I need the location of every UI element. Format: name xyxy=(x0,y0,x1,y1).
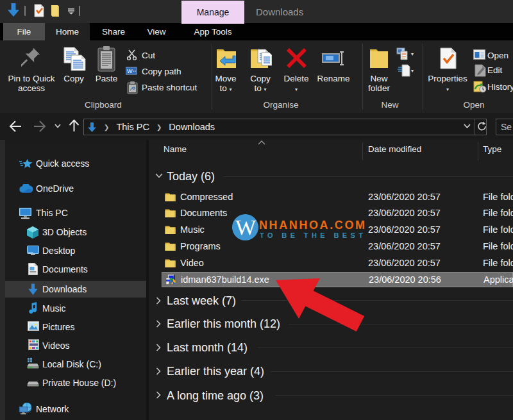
svg-text:W: W xyxy=(127,68,133,74)
